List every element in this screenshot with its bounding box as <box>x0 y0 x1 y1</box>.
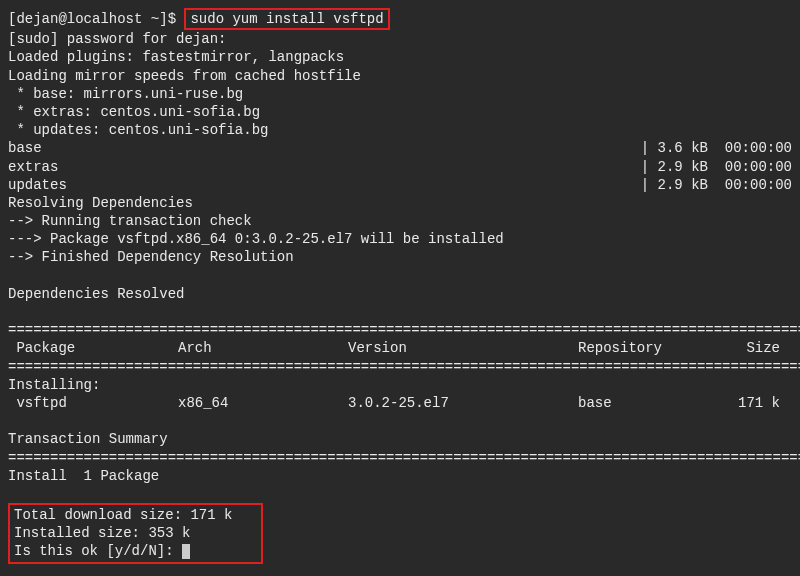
table-header: PackageArchVersionRepository Size <box>8 339 792 357</box>
header-size: Size <box>738 339 780 357</box>
repo-updates-name: updates <box>8 176 67 194</box>
pkg-size: 171 k <box>738 394 780 412</box>
table-row: vsftpdx86_643.0.2-25.el7base171 k <box>8 394 792 412</box>
loading-mirrors-line: Loading mirror speeds from cached hostfi… <box>8 67 792 85</box>
summary-highlight: Total download size: 171 k Installed siz… <box>8 503 263 564</box>
install-count-line: Install 1 Package <box>8 467 792 485</box>
repo-updates-info: | 2.9 kB 00:00:00 <box>641 176 792 194</box>
blank-line-4 <box>8 485 792 503</box>
installed-size-line: Installed size: 353 k <box>14 524 257 542</box>
finished-dep-line: --> Finished Dependency Resolution <box>8 248 792 266</box>
pkg-arch: x86_64 <box>178 394 348 412</box>
blank-line-3 <box>8 412 792 430</box>
pkg-install-line: ---> Package vsftpd.x86_64 0:3.0.2-25.el… <box>8 230 792 248</box>
repo-extras-info: | 2.9 kB 00:00:00 <box>641 158 792 176</box>
mirror-updates-line: * updates: centos.uni-sofia.bg <box>8 121 792 139</box>
repo-extras-name: extras <box>8 158 58 176</box>
trans-check-line: --> Running transaction check <box>8 212 792 230</box>
trans-summary-line: Transaction Summary <box>8 430 792 448</box>
divider-top: ========================================… <box>8 321 792 339</box>
pkg-version: 3.0.2-25.el7 <box>348 394 578 412</box>
confirm-text: Is this ok [y/d/N]: <box>14 543 182 559</box>
confirm-line[interactable]: Is this ok [y/d/N]: <box>14 542 257 560</box>
pkg-name: vsftpd <box>8 394 178 412</box>
prompt-user-host: [dejan@localhost ~]$ <box>8 11 184 27</box>
sudo-password-line: [sudo] password for dejan: <box>8 30 792 48</box>
plugins-line: Loaded plugins: fastestmirror, langpacks <box>8 48 792 66</box>
download-size-line: Total download size: 171 k <box>14 506 257 524</box>
terminal-output: [dejan@localhost ~]$ sudo yum install vs… <box>0 0 800 572</box>
mirror-extras-line: * extras: centos.uni-sofia.bg <box>8 103 792 121</box>
pkg-repo: base <box>578 394 738 412</box>
blank-line-2 <box>8 303 792 321</box>
command-text: sudo yum install vsftpd <box>190 11 383 27</box>
repo-updates-line: updates| 2.9 kB 00:00:00 <box>8 176 792 194</box>
repo-base-info: | 3.6 kB 00:00:00 <box>641 139 792 157</box>
divider-bottom: ========================================… <box>8 449 792 467</box>
divider-mid: ========================================… <box>8 358 792 376</box>
header-package: Package <box>8 339 178 357</box>
repo-base-name: base <box>8 139 42 157</box>
resolving-deps-line: Resolving Dependencies <box>8 194 792 212</box>
installing-label: Installing: <box>8 376 792 394</box>
cursor-icon <box>182 544 190 559</box>
command-highlight: sudo yum install vsftpd <box>184 8 389 30</box>
repo-extras-line: extras| 2.9 kB 00:00:00 <box>8 158 792 176</box>
prompt-line: [dejan@localhost ~]$ sudo yum install vs… <box>8 8 792 30</box>
header-repo: Repository <box>578 339 738 357</box>
deps-resolved-line: Dependencies Resolved <box>8 285 792 303</box>
header-arch: Arch <box>178 339 348 357</box>
repo-base-line: base| 3.6 kB 00:00:00 <box>8 139 792 157</box>
mirror-base-line: * base: mirrors.uni-ruse.bg <box>8 85 792 103</box>
header-version: Version <box>348 339 578 357</box>
blank-line-1 <box>8 267 792 285</box>
